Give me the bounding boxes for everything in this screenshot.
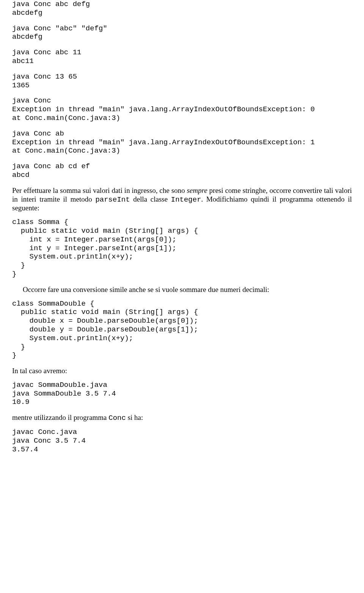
console-block-5: java Conc Exception in thread "main" jav… (12, 96, 352, 122)
para1-code-integer: Integer (171, 196, 201, 204)
code-sommadouble: class SommaDouble { public static void m… (12, 300, 352, 360)
para1-text-c: della classe (130, 195, 171, 203)
paragraph-2: Occorre fare una conversione simile anch… (12, 285, 352, 294)
console-block-6: java Conc ab Exception in thread "main" … (12, 129, 352, 155)
console-block-4: java Conc 13 65 1365 (12, 73, 352, 90)
para1-text-a: Per effettuare la somma sui valori dati … (12, 186, 187, 194)
console-block-9: javac Conc.java java Conc 3.5 7.4 3.57.4 (12, 428, 352, 454)
paragraph-4: mentre utilizzando il programma Conc si … (12, 413, 352, 423)
code-somma: class Somma { public static void main (S… (12, 218, 352, 279)
console-block-2: java Conc "abc" "defg" abcdefg (12, 24, 352, 42)
paragraph-3: In tal caso avremo: (12, 367, 352, 375)
para1-code-parseint: parseInt (95, 196, 130, 204)
console-block-1: java Conc abc defg abcdefg (12, 0, 352, 17)
console-block-3: java Conc abc 11 abc11 (12, 48, 352, 66)
para1-emphasis: sempre (187, 186, 207, 194)
console-block-8: javac SommaDouble.java java SommaDouble … (12, 381, 352, 407)
console-block-7: java Conc ab cd ef abcd (12, 162, 352, 180)
para4-text-b: si ha: (126, 413, 143, 421)
para4-text-a: mentre utilizzando il programma (12, 413, 108, 421)
para4-code-conc: Conc (108, 414, 126, 422)
paragraph-1: Per effettuare la somma sui valori dati … (12, 186, 352, 213)
